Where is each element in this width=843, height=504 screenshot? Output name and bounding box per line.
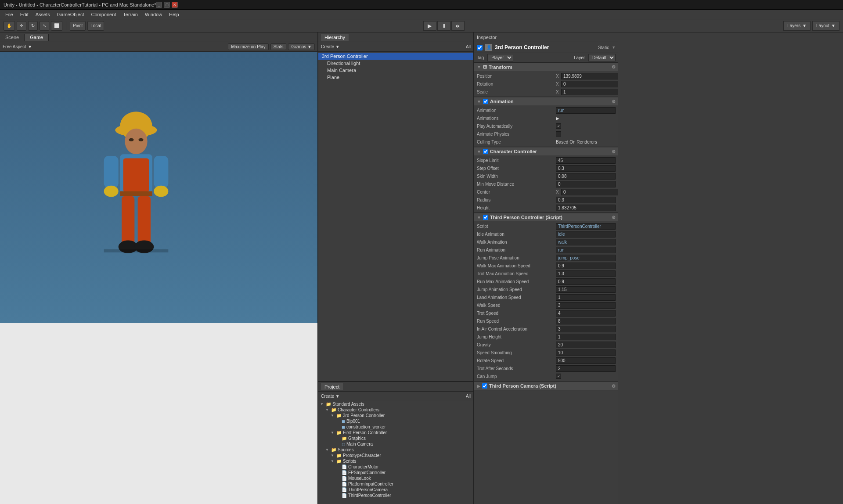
tpc-script-value[interactable]: ThirdPersonController [556, 223, 616, 230]
gravity-input[interactable] [556, 342, 616, 348]
rect-tool[interactable]: ⬜ [51, 21, 62, 31]
jump-height-input[interactable] [556, 334, 616, 340]
idle-anim-value[interactable]: idle [556, 231, 616, 238]
hand-tool[interactable]: ✋ [4, 21, 15, 31]
pos-x-input[interactable] [561, 73, 618, 79]
menu-edit[interactable]: Edit [17, 11, 32, 18]
transform-gear[interactable]: ⚙ [612, 65, 616, 69]
step-offset-input[interactable] [556, 165, 616, 172]
anim-gear[interactable]: ⚙ [612, 99, 616, 104]
close-button[interactable]: ✕ [172, 2, 178, 8]
stats-btn[interactable]: Stats [270, 43, 287, 50]
transform-header[interactable]: ▼ ⊞ Transform ⚙ [474, 63, 618, 71]
anim-play-auto-cb[interactable]: ✓ [556, 123, 561, 129]
trot-max-input[interactable] [556, 270, 616, 277]
menu-terrain[interactable]: Terrain [119, 11, 141, 18]
tree-first-controller[interactable]: ▼ 📁 First Person Controller [318, 430, 473, 436]
char-ctrl-enable-cb[interactable] [483, 149, 488, 154]
obj-active-checkbox[interactable] [477, 45, 483, 50]
anim-physics-cb[interactable] [556, 131, 561, 137]
local-button[interactable]: Local [87, 21, 104, 31]
tpc-gear[interactable]: ⚙ [612, 215, 616, 220]
gizmos-btn[interactable]: Gizmos ▼ [288, 43, 315, 50]
char-ctrl-gear[interactable]: ⚙ [612, 149, 616, 154]
project-all-label[interactable]: All [466, 394, 471, 399]
inspector-tab[interactable]: Inspector [477, 35, 497, 40]
run-max-input[interactable] [556, 278, 616, 285]
project-tab[interactable]: Project [321, 383, 343, 390]
tpc-cam-enable-cb[interactable] [482, 383, 487, 389]
play-button[interactable]: ▶ [423, 21, 436, 31]
in-air-input[interactable] [556, 326, 616, 332]
hierarchy-tab[interactable]: Hierarchy [321, 34, 349, 41]
skin-width-input[interactable] [556, 173, 616, 180]
tree-3rdperson-cam[interactable]: 📄 ThirdPersonCamera [318, 487, 473, 493]
tree-standard-assets[interactable]: ▼ 📁 Standard Assets [318, 401, 473, 407]
center-x-input[interactable] [561, 189, 618, 195]
hierarchy-item-dirlight[interactable]: Directional light [318, 60, 473, 67]
tree-char-motor[interactable]: 📄 CharacterMotor [318, 464, 473, 470]
static-arrow[interactable]: ▼ [612, 45, 616, 50]
tree-bip001[interactable]: ◼ Bip001 [318, 418, 473, 424]
rotate-tool[interactable]: ↻ [28, 21, 38, 31]
menu-file[interactable]: File [2, 11, 17, 18]
all-label[interactable]: All [466, 44, 471, 49]
menu-component[interactable]: Component [87, 11, 119, 18]
scene-tab[interactable]: Scene [0, 34, 25, 41]
menu-assets[interactable]: Assets [32, 11, 54, 18]
tpc-enable-cb[interactable] [483, 215, 488, 220]
menu-gameobject[interactable]: GameObject [54, 11, 88, 18]
tree-fps-input[interactable]: 📄 FPSInputController [318, 470, 473, 475]
hierarchy-item-plane[interactable]: Plane [318, 74, 473, 81]
minimize-button[interactable]: _ [156, 2, 162, 8]
trot-speed-input[interactable] [556, 310, 616, 317]
tpc-cam-gear[interactable]: ⚙ [612, 384, 616, 389]
tpc-cam-header[interactable]: ▶ Third Person Camera (Script) ⚙ [474, 382, 618, 390]
tree-3rdperson-ctrl[interactable]: 📄 ThirdPersonController [318, 493, 473, 498]
hierarchy-item-maincam[interactable]: Main Camera [318, 67, 473, 74]
game-tab[interactable]: Game [25, 34, 49, 41]
move-tool[interactable]: ✛ [17, 21, 26, 31]
scale-x-input[interactable] [561, 89, 618, 95]
tree-construction-worker[interactable]: ◼ construction_worker [318, 424, 473, 430]
anim-anim-value[interactable]: run [556, 107, 616, 114]
land-anim-input[interactable] [556, 294, 616, 301]
menu-help[interactable]: Help [166, 11, 183, 18]
step-button[interactable]: ⏭ [451, 21, 465, 31]
create-label[interactable]: Create ▼ [321, 44, 340, 49]
maximize-play-btn[interactable]: Maximize on Play [228, 43, 268, 50]
jump-pose-value[interactable]: jump_pose [556, 255, 616, 261]
animation-header[interactable]: ▼ Animation ⚙ [474, 97, 618, 105]
tag-select[interactable]: Player [487, 54, 513, 61]
rotate-speed-input[interactable] [556, 357, 616, 364]
slope-input[interactable] [556, 157, 616, 164]
tree-maincam[interactable]: ◻ Main Camera [318, 441, 473, 447]
pivot-button[interactable]: Pivot [70, 21, 86, 31]
anim-enable-cb[interactable] [483, 99, 488, 104]
speed-smooth-input[interactable] [556, 349, 616, 356]
min-move-input[interactable] [556, 181, 616, 187]
tree-char-controllers[interactable]: ▼ 📁 Character Controllers [318, 407, 473, 413]
can-jump-cb[interactable]: ✓ [556, 374, 561, 379]
tree-mouselook[interactable]: 📄 MouseLook [318, 475, 473, 481]
pause-button[interactable]: ⏸ [437, 21, 450, 31]
hierarchy-item-3rdperson[interactable]: 3rd Person Controller [318, 53, 473, 60]
walk-max-input[interactable] [556, 263, 616, 269]
project-create-label[interactable]: Create ▼ [321, 394, 340, 399]
layout-dropdown[interactable]: Layout ▼ [812, 21, 839, 31]
radius-input[interactable] [556, 197, 616, 203]
tree-scripts[interactable]: ▼ 📁 Scripts [318, 458, 473, 464]
tree-sources[interactable]: ▼ 📁 Sources [318, 447, 473, 453]
scale-tool[interactable]: ⤡ [40, 21, 49, 31]
char-ctrl-header[interactable]: ▼ Character Controller ⚙ [474, 148, 618, 155]
tpc-script-header[interactable]: ▼ Third Person Controller (Script) ⚙ [474, 213, 618, 221]
walk-anim-value[interactable]: walk [556, 239, 616, 245]
tree-3rd-controller[interactable]: ▼ 📁 3rd Person Controller [318, 413, 473, 418]
run-anim-value[interactable]: run [556, 247, 616, 253]
run-speed-input[interactable] [556, 318, 616, 324]
maximize-button[interactable]: □ [164, 2, 170, 8]
tree-platform-input[interactable]: 📄 PlatformInputController [318, 481, 473, 487]
walk-speed-input[interactable] [556, 302, 616, 309]
jump-anim-input[interactable] [556, 286, 616, 293]
layer-select[interactable]: Default [588, 54, 616, 61]
